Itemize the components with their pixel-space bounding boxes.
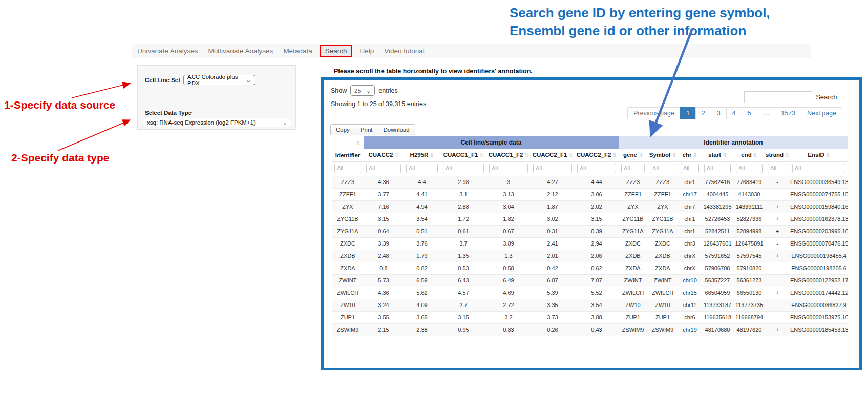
cell-symbol: ZW10 — [647, 299, 678, 311]
filter-cell-identifier — [332, 161, 364, 176]
table-row-zwilch[interactable]: ZWILCH4.365.624.574.695.395.52ZWILCHZWIL… — [332, 287, 848, 299]
pagination-ellipsis: … — [757, 107, 776, 119]
sort-icon: ⇅ — [568, 152, 573, 158]
filter-input-cuacc2[interactable] — [366, 164, 401, 173]
table-search-input[interactable] — [744, 91, 812, 103]
cell-cuacc2-f2: 3.06 — [575, 188, 619, 200]
filter-input-h295r[interactable] — [406, 164, 438, 173]
page-5-button[interactable]: 5 — [742, 107, 757, 119]
cell-h295r: 0.82 — [404, 262, 440, 274]
data-type-select[interactable]: xsq: RNA-seq Expression (log2 FPKM+1) ⌄ — [143, 118, 291, 127]
cell-start: 57906708 — [702, 262, 733, 274]
cell-chr: chr10 — [678, 274, 702, 287]
filter-input-ensid[interactable] — [792, 164, 845, 173]
nav-item-multivariate-analyses[interactable]: Multivariate Analyses — [203, 47, 279, 55]
page-1-button[interactable]: 1 — [680, 107, 696, 119]
cell-identifier: ZXDA — [332, 262, 364, 274]
column-filter-row — [332, 161, 848, 176]
column-header-ensid[interactable]: EnsID⇅ — [790, 149, 848, 161]
cell-cuacc2-f2: 0.39 — [575, 225, 619, 237]
cell-ensid: ENSG00000074755.15 — [790, 188, 848, 200]
cell-symbol: ZXDA — [647, 262, 678, 274]
blue-annotation-line2: Ensembl gene id or other information — [510, 23, 746, 38]
copy-button[interactable]: Copy — [330, 124, 355, 135]
nav-item-univariate-analyses[interactable]: Univariate Analyses — [132, 47, 203, 55]
sort-icon: ⇅ — [785, 152, 789, 158]
filter-input-strand[interactable] — [768, 164, 787, 173]
table-row-zswim9[interactable]: ZSWIM92.152.380.950.830.260.43ZSWIM9ZSWI… — [332, 323, 848, 336]
cell-cuacc2-f1: 2.41 — [531, 237, 575, 250]
nav-item-help[interactable]: Help — [354, 47, 379, 55]
page-3-button[interactable]: 3 — [711, 107, 727, 119]
table-row-zup1[interactable]: ZUP13.553.653.153.23.733.88ZUP1ZUP1chr61… — [332, 311, 848, 323]
column-header-symbol[interactable]: Symbol⇅ — [647, 149, 678, 161]
filter-input-chr[interactable] — [681, 164, 699, 173]
cell-strand: + — [765, 200, 790, 213]
column-header-start[interactable]: start⇅ — [702, 149, 733, 161]
download-button[interactable]: Download — [378, 124, 415, 135]
nav-item-metadata[interactable]: Metadata — [278, 47, 317, 55]
table-row-zwint[interactable]: ZWINT5.736.596.436.496.877.07ZWINTZWINTc… — [332, 274, 848, 287]
cell-start: 143381295 — [702, 200, 733, 213]
cell-start: 113733187 — [702, 299, 733, 311]
nav-item-search[interactable]: Search — [320, 45, 353, 57]
column-header-h295r[interactable]: H295R⇅ — [404, 149, 440, 161]
table-row-zyx[interactable]: ZYX7.164.942.883.041.872.02ZYXZYXchr7143… — [332, 200, 848, 213]
table-row-zzz3[interactable]: ZZZ34.364.42.9834.274.44ZZZ3ZZZ3chr17756… — [332, 176, 848, 188]
identifier-group-cell[interactable]: ⇅ — [332, 136, 364, 149]
cell-identifier: ZYG11A — [332, 225, 364, 237]
cell-cuacc1-f1: 2.7 — [440, 299, 486, 311]
table-row-zxdb[interactable]: ZXDB2.481.791.351.32.012.06ZXDBZXDBchrX5… — [332, 250, 848, 262]
column-header-cuacc2-f2[interactable]: CUACC2_F2⇅ — [575, 149, 619, 161]
page-2-button[interactable]: 2 — [695, 107, 711, 119]
blue-annotation-line1: Search gene ID by entering gene symbol, — [510, 5, 770, 21]
filter-input-cuacc1-f2[interactable] — [489, 164, 528, 173]
filter-input-cuacc2-f2[interactable] — [577, 164, 616, 173]
cell-strand: - — [765, 311, 790, 323]
cell-ensid: ENSG00000070476.15 — [790, 237, 848, 250]
cell-gene: ZWINT — [619, 274, 647, 287]
cell-line-set-select[interactable]: ACC Colorado plus PDX ⌄ — [183, 75, 255, 85]
cell-end: 56361273 — [733, 274, 765, 287]
table-row-zyg11a[interactable]: ZYG11A0.640.510.610.670.310.39ZYG11AZYG1… — [332, 225, 848, 237]
page-4-button[interactable]: 4 — [726, 107, 742, 119]
table-row-zw10[interactable]: ZW103.244.092.72.723.353.54ZW10ZW10chr11… — [332, 299, 848, 311]
filter-input-cuacc1-f1[interactable] — [443, 164, 484, 173]
table-row-zxdc[interactable]: ZXDC3.393.763.73.892.412.94ZXDCZXDCchr31… — [332, 237, 848, 250]
column-header-strand[interactable]: strand⇅ — [765, 149, 790, 161]
cell-ensid: ENSG00000203995.10 — [790, 225, 848, 237]
page-1573-button[interactable]: 1573 — [775, 107, 801, 119]
table-row-zyg11b[interactable]: ZYG11B3.153.541.721.823.023.15ZYG11BZYG1… — [332, 213, 848, 225]
cell-cuacc2-f1: 0.31 — [531, 225, 575, 237]
column-header-gene[interactable]: gene⇅ — [619, 149, 647, 161]
filter-input-symbol[interactable] — [650, 164, 675, 173]
filter-input-gene[interactable] — [621, 164, 645, 173]
column-header-cuacc1-f2[interactable]: CUACC1_F2⇅ — [486, 149, 531, 161]
page-length-select[interactable]: 25 ⌄ — [350, 85, 375, 96]
column-header-cuacc2[interactable]: CUACC2⇅ — [364, 149, 404, 161]
filter-input-end[interactable] — [736, 164, 763, 173]
column-header-cuacc1-f1[interactable]: CUACC1_F1⇅ — [440, 149, 486, 161]
previous-page-button[interactable]: Previous page — [627, 107, 681, 119]
cell-chr: chrX — [678, 262, 702, 274]
next-page-button[interactable]: Next page — [801, 107, 842, 119]
export-buttons: CopyPrintDownload — [331, 124, 415, 135]
table-row-zzef1[interactable]: ZZEF13.774.413.13.132.123.06ZZEF1ZZEF1ch… — [332, 188, 848, 200]
column-header-end[interactable]: end⇅ — [733, 149, 765, 161]
filter-input-start[interactable] — [704, 164, 731, 173]
cell-gene: ZYX — [619, 200, 647, 213]
table-row-zxda[interactable]: ZXDA0.80.820.530.580.420.62ZXDAZXDAchrX5… — [332, 262, 848, 274]
filter-input-cuacc2-f1[interactable] — [533, 164, 572, 173]
print-button[interactable]: Print — [355, 124, 378, 135]
column-header-chr[interactable]: chr⇅ — [678, 149, 702, 161]
filter-input-identifier[interactable] — [334, 164, 361, 173]
column-header-cuacc2-f1[interactable]: CUACC2_F1⇅ — [531, 149, 575, 161]
chevron-down-icon: ⌄ — [283, 120, 287, 125]
cell-h295r: 3.54 — [404, 213, 440, 225]
red-arrow-to-data-type — [58, 120, 129, 151]
cell-start: 77562416 — [702, 176, 733, 188]
nav-item-video-tutorial[interactable]: Video tutorial — [379, 47, 430, 55]
column-header-identifier[interactable]: Identifier — [332, 149, 364, 161]
filter-cell-cuacc2 — [364, 161, 404, 176]
data-type-label: Select Data Type — [145, 110, 192, 116]
